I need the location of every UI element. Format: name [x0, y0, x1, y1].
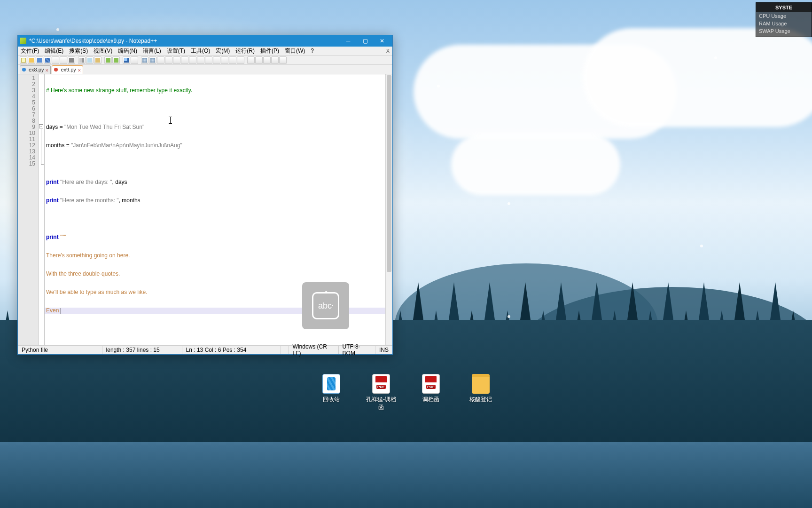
icon-label: 回收站: [314, 396, 348, 404]
desktop[interactable]: SYSTE CPU Usage RAM Usage SWAP Usage *C:…: [0, 0, 812, 508]
recycle-bin-icon: [322, 374, 340, 394]
lang-udl-icon[interactable]: [197, 56, 204, 64]
replace-icon[interactable]: [131, 56, 138, 64]
cloud: [451, 134, 620, 195]
icon-label: 核酸登记: [464, 396, 498, 404]
vertical-scrollbar[interactable]: [385, 74, 392, 345]
monitor-icon[interactable]: [237, 56, 244, 64]
paste-icon[interactable]: [94, 56, 102, 64]
save-icon[interactable]: [36, 56, 43, 64]
document-tabs[interactable]: ex8.py ✕ ex9.py ✕: [18, 65, 392, 74]
find-icon[interactable]: [123, 56, 130, 64]
scrollbar-thumb[interactable]: [387, 75, 391, 272]
menu-macro[interactable]: 宏(M): [213, 47, 233, 56]
ibeam-cursor-icon: [170, 117, 171, 124]
app-icon: [20, 38, 26, 44]
folder-ws-icon[interactable]: [229, 56, 236, 64]
menu-window[interactable]: 窗口(W): [282, 47, 308, 56]
cut-icon[interactable]: [78, 56, 86, 64]
doc-list-icon[interactable]: [213, 56, 220, 64]
saved-dot-icon: [22, 68, 26, 71]
save-macro-icon[interactable]: [279, 56, 287, 64]
text-caret: [61, 308, 61, 314]
menu-search[interactable]: 搜索(S): [66, 47, 91, 56]
fold-toggle-icon[interactable]: -: [39, 124, 43, 128]
indent-guide-icon[interactable]: [189, 56, 196, 64]
doc-map-icon[interactable]: [205, 56, 212, 64]
folder-icon: [472, 374, 490, 394]
tab-label: ex8.py: [29, 67, 44, 72]
statusbar: Python file length : 357 lines : 15 Ln :…: [18, 345, 392, 354]
print-icon[interactable]: [68, 56, 75, 64]
sysmon-cpu: CPU Usage: [756, 12, 812, 20]
tab-close-icon[interactable]: ✕: [78, 67, 81, 75]
menu-run[interactable]: 运行(R): [233, 47, 258, 56]
cloud: [583, 28, 812, 127]
sync-v-icon[interactable]: [157, 56, 164, 64]
fold-column[interactable]: -: [39, 74, 45, 345]
sysmon-title: SYSTE: [756, 3, 812, 12]
line-number-gutter: 123456789101112131415: [18, 74, 39, 345]
unsaved-dot-icon: [54, 68, 58, 71]
close-file-icon[interactable]: [52, 56, 59, 64]
save-all-icon[interactable]: [44, 56, 51, 64]
menu-file[interactable]: 文件(F): [18, 47, 42, 56]
func-list-icon[interactable]: [221, 56, 228, 64]
menubar[interactable]: 文件(F) 编辑(E) 搜索(S) 视图(V) 编码(N) 语言(L) 设置(T…: [18, 47, 392, 56]
close-all-icon[interactable]: [60, 56, 67, 64]
status-encoding: UTF-8-BOM: [339, 346, 375, 354]
ime-mode-label: abc: [318, 301, 332, 311]
wrap-icon[interactable]: [173, 56, 180, 64]
menu-help[interactable]: ?: [308, 47, 317, 56]
zoom-in-icon[interactable]: [141, 56, 148, 64]
icon-label: 孔祥猛-调档函: [364, 396, 398, 412]
toolbar[interactable]: [18, 56, 392, 65]
fold-end: [41, 164, 44, 165]
minimize-button[interactable]: ─: [340, 35, 357, 47]
desktop-icon-pdf-1[interactable]: PDF 孔祥猛-调档函: [364, 374, 398, 412]
menu-tools[interactable]: 工具(O): [188, 47, 213, 56]
desktop-icon-folder[interactable]: 核酸登记: [464, 374, 498, 412]
status-length: length : 357 lines : 15: [102, 346, 182, 354]
status-eol: Windows (CR LF): [289, 346, 339, 354]
sysmon-swap: SWAP Usage: [756, 27, 812, 35]
status-filetype: Python file: [18, 346, 102, 354]
sync-h-icon[interactable]: [165, 56, 172, 64]
all-chars-icon[interactable]: [181, 56, 188, 64]
status-position: Ln : 13 Col : 6 Pos : 354: [182, 346, 281, 354]
copy-icon[interactable]: [86, 56, 94, 64]
record-macro-icon[interactable]: [247, 56, 255, 64]
pdf-icon: PDF: [372, 374, 390, 394]
tab-close-icon[interactable]: ✕: [45, 67, 49, 75]
close-button[interactable]: ✕: [374, 35, 390, 47]
panel-close-x[interactable]: X: [386, 47, 390, 56]
menu-edit[interactable]: 编辑(E): [42, 47, 66, 56]
tab-ex8[interactable]: ex8.py ✕: [20, 65, 51, 74]
redo-icon[interactable]: [112, 56, 120, 64]
tab-label: ex9.py: [61, 67, 76, 72]
menu-language[interactable]: 语言(L): [140, 47, 164, 56]
menu-plugins[interactable]: 插件(P): [258, 47, 282, 56]
desktop-icon-recycle-bin[interactable]: 回收站: [314, 374, 348, 412]
pdf-icon: PDF: [422, 374, 440, 394]
desktop-icon-pdf-2[interactable]: PDF 调档函: [414, 374, 448, 412]
stop-macro-icon[interactable]: [255, 56, 263, 64]
icon-label: 调档函: [414, 396, 448, 404]
status-insert-mode: INS: [375, 346, 392, 354]
menu-encoding[interactable]: 编码(N): [115, 47, 140, 56]
maximize-button[interactable]: ▢: [357, 35, 374, 47]
system-monitor-overlay: SYSTE CPU Usage RAM Usage SWAP Usage: [756, 2, 812, 37]
menu-settings[interactable]: 设置(T): [164, 47, 188, 56]
undo-icon[interactable]: [104, 56, 112, 64]
tab-ex9[interactable]: ex9.py ✕: [52, 65, 83, 74]
open-icon[interactable]: [28, 56, 35, 64]
menu-view[interactable]: 视图(V): [91, 47, 115, 56]
window-title: *C:\Users\wanfe\Desktop\code\ex9.py - No…: [29, 38, 157, 44]
ime-indicator: abc: [302, 282, 349, 329]
titlebar[interactable]: *C:\Users\wanfe\Desktop\code\ex9.py - No…: [18, 35, 392, 47]
new-icon[interactable]: [20, 56, 27, 64]
play-multi-icon[interactable]: [271, 56, 279, 64]
play-macro-icon[interactable]: [263, 56, 271, 64]
fold-guide: [41, 129, 41, 165]
zoom-out-icon[interactable]: [149, 56, 156, 64]
